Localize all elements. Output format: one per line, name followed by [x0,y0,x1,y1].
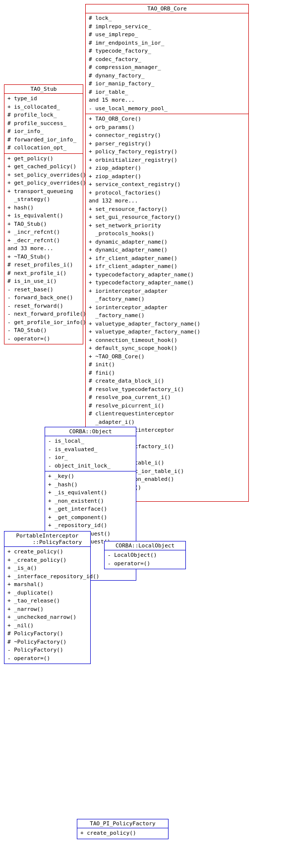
portable-interceptor-methods: + create_policy() + _create_policy() + _… [4,547,90,664]
corba-localobject-box: CORBA::LocalObject - LocalObject() - ope… [104,541,186,569]
portable-interceptor-box: PortableInterceptor ::PolicyFactory + cr… [4,531,91,664]
portable-interceptor-title: PortableInterceptor ::PolicyFactory [4,532,90,547]
tao-orb-core-fields: # lock_ # implrepo_service_ # use_implre… [86,13,248,114]
tao-pi-policyfactory-methods: + create_policy() [77,828,168,839]
tao-stub-fields: + type_id + is_collocated_ # profile_loc… [4,94,83,154]
tao-orb-core-title: TAO_ORB_Core [86,4,248,13]
corba-localobject-title: CORBA::LocalObject [105,541,185,550]
tao-stub-methods: + get_policy() + get_cached_policy() + s… [4,154,83,344]
corba-localobject-methods: - LocalObject() - operator=() [105,550,185,569]
tao-stub-title: TAO_Stub [4,85,83,94]
corba-object-title: CORBA::Object [45,427,136,436]
corba-object-fields: - is_local_ - is_evaluated_ - ior_ - obj… [45,436,136,471]
diagram-container: #sync_scope_hook_ #timeout_hook_ -protoc… [0,0,287,868]
tao-pi-policyfactory-box: TAO_PI_PolicyFactory + create_policy() [77,819,169,839]
tao-stub-box: TAO_Stub + type_id + is_collocated_ # pr… [4,84,83,344]
tao-pi-policyfactory-title: TAO_PI_PolicyFactory [77,819,168,828]
